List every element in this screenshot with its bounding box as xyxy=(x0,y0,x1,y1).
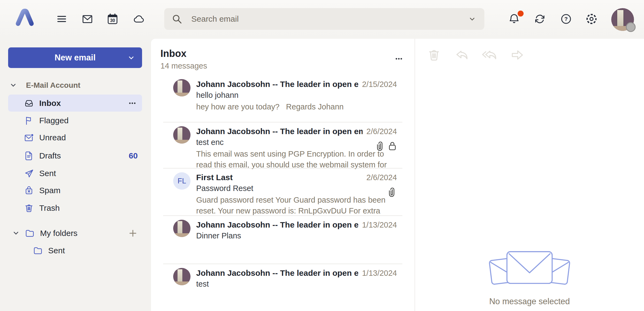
email-list-item[interactable]: Johann Jacobsohn -- The leader in open e… xyxy=(151,216,415,264)
flag-icon xyxy=(24,115,34,126)
list-title: Inbox xyxy=(160,48,186,59)
top-bar: 30 xyxy=(0,0,644,39)
settings-gear-icon[interactable] xyxy=(585,13,598,25)
email-sender: First Last xyxy=(196,173,363,182)
attachment-paperclip-icon xyxy=(376,141,385,151)
sync-icon[interactable] xyxy=(534,13,546,25)
encrypted-lock-icon xyxy=(388,141,397,151)
paper-plane-icon xyxy=(24,168,34,179)
email-subject: hello johann xyxy=(196,91,397,100)
message-list-pane: Inbox 14 messages Johann Jacobsohn -- Th… xyxy=(151,39,415,311)
email-subject: test enc xyxy=(196,138,397,147)
email-preview: This email was sent using PGP Encryption… xyxy=(196,148,397,171)
account-label: E-Mail Account xyxy=(26,81,80,90)
trash-icon xyxy=(24,203,34,213)
attachment-paperclip-icon xyxy=(388,187,397,197)
notification-badge xyxy=(518,11,524,17)
email-list-item[interactable]: FL First Last 2/6/2024 Password Reset Gu… xyxy=(151,169,415,216)
email-list-item[interactable]: Johann Jacobsohn -- The leader in open e… xyxy=(151,75,415,122)
reply-all-icon[interactable] xyxy=(482,47,497,63)
spam-icon xyxy=(24,185,34,196)
inbox-more-icon[interactable] xyxy=(127,98,138,109)
empty-state-text: No message selected xyxy=(489,297,570,306)
email-sender: Johann Jacobsohn -- The leader in open e… xyxy=(196,127,363,136)
sidebar: New email E-Mail Account Inbox xyxy=(0,39,151,311)
email-date: 2/6/2024 xyxy=(366,127,397,136)
drafts-count-badge: 60 xyxy=(129,151,138,160)
email-list-item[interactable]: Johann Jacobsohn -- The leader in open e… xyxy=(151,122,415,169)
menu-icon[interactable] xyxy=(55,13,68,25)
sidebar-item-flagged[interactable]: Flagged xyxy=(8,112,142,129)
email-sender: Johann Jacobsohn -- The leader in open e… xyxy=(196,80,358,89)
new-email-button[interactable]: New email xyxy=(8,47,142,68)
email-preview: hey how are you today? Regards Johann xyxy=(196,101,397,112)
mail-app: 30 xyxy=(0,0,644,311)
empty-state: No message selected xyxy=(415,247,644,306)
envelopes-illustration xyxy=(484,247,575,288)
app-logo-icon[interactable] xyxy=(14,7,35,28)
account-section-header[interactable]: E-Mail Account xyxy=(8,79,142,91)
new-email-label: New email xyxy=(55,53,96,63)
mail-app-icon[interactable] xyxy=(81,13,94,25)
sidebar-item-label: Spam xyxy=(39,186,142,195)
avatar-initials: FL xyxy=(173,172,190,190)
sidebar-item-sent[interactable]: Sent xyxy=(8,165,142,182)
sidebar-item-my-sent[interactable]: Sent xyxy=(8,242,142,259)
sender-avatar xyxy=(173,126,190,144)
email-sender: Johann Jacobsohn -- The leader in open e… xyxy=(196,268,358,278)
folder-icon xyxy=(32,245,43,256)
sidebar-item-label: Drafts xyxy=(39,151,129,160)
sidebar-item-trash[interactable]: Trash xyxy=(8,199,142,217)
sidebar-item-label: Unread xyxy=(39,133,142,142)
sender-avatar xyxy=(173,268,190,285)
calendar-icon[interactable]: 30 xyxy=(106,13,119,25)
new-email-chevron-down-icon[interactable] xyxy=(127,53,136,62)
search-input[interactable] xyxy=(191,14,468,24)
sidebar-item-label: Trash xyxy=(39,203,142,213)
search-icon xyxy=(171,13,183,25)
sidebar-item-label: Flagged xyxy=(39,116,142,125)
email-preview: Guard password reset Your Guard password… xyxy=(196,195,397,217)
search-bar xyxy=(164,8,484,30)
sender-avatar xyxy=(173,220,190,237)
reading-pane: No message selected xyxy=(415,39,644,311)
sidebar-item-label: Sent xyxy=(39,169,142,178)
svg-text:?: ? xyxy=(564,16,568,22)
account-avatar[interactable] xyxy=(611,8,634,31)
sidebar-item-drafts[interactable]: Drafts 60 xyxy=(8,147,142,164)
unread-mail-icon xyxy=(24,132,34,143)
presence-status-dot xyxy=(626,22,636,32)
calendar-day-number: 30 xyxy=(110,18,115,23)
inbox-tray-icon xyxy=(24,98,34,109)
add-folder-plus-icon[interactable] xyxy=(128,228,138,238)
email-sender: Johann Jacobsohn -- The leader in open e… xyxy=(196,220,358,229)
email-date: 1/13/2024 xyxy=(362,221,397,229)
my-folders-header[interactable]: My folders xyxy=(8,225,142,242)
chevron-down-icon[interactable] xyxy=(12,229,20,237)
email-subject: Dinner Plans xyxy=(196,231,397,240)
main-panel: Inbox 14 messages Johann Jacobsohn -- Th… xyxy=(151,39,644,311)
sidebar-item-label: Inbox xyxy=(39,99,127,108)
email-date: 2/6/2024 xyxy=(366,173,397,182)
my-folders-label: My folders xyxy=(40,229,128,238)
sender-avatar: FL xyxy=(173,172,190,190)
sidebar-item-inbox[interactable]: Inbox xyxy=(8,95,142,112)
sidebar-item-unread[interactable]: Unread xyxy=(8,129,142,146)
sidebar-item-label: Sent xyxy=(48,246,65,255)
reply-icon[interactable] xyxy=(454,47,469,63)
sender-avatar xyxy=(173,79,190,96)
message-count: 14 messages xyxy=(160,61,207,70)
forward-icon[interactable] xyxy=(510,47,525,63)
help-icon[interactable]: ? xyxy=(560,13,572,25)
email-list-item[interactable]: Johann Jacobsohn -- The leader in open e… xyxy=(151,264,415,311)
email-subject: Password Reset xyxy=(196,184,397,193)
search-options-chevron-down-icon[interactable] xyxy=(468,14,477,24)
sidebar-item-spam[interactable]: Spam xyxy=(8,182,142,199)
email-subject: test xyxy=(196,280,397,289)
chevron-down-icon[interactable] xyxy=(9,81,17,89)
delete-trash-icon[interactable] xyxy=(426,47,442,63)
list-more-icon[interactable] xyxy=(393,53,405,65)
folder-icon xyxy=(24,228,35,239)
email-date: 2/15/2024 xyxy=(362,80,397,89)
cloud-icon[interactable] xyxy=(133,13,145,25)
